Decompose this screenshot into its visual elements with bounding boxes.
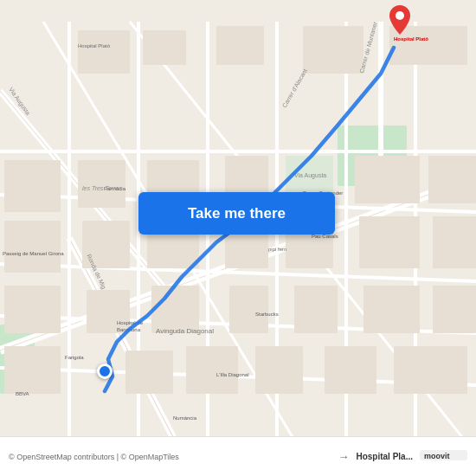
svg-text:Passeig de Manuel Girona: Passeig de Manuel Girona	[3, 251, 64, 256]
moovit-logo: moovit	[420, 447, 467, 466]
destination-pin	[389, 5, 410, 38]
svg-rect-23	[78, 30, 130, 74]
svg-text:Via Augusta: Via Augusta	[294, 172, 326, 179]
svg-text:pipi fern: pipi fern	[268, 247, 286, 252]
svg-text:moovit: moovit	[424, 452, 450, 460]
svg-text:BBVA: BBVA	[16, 391, 29, 396]
bottom-left-section: © OpenStreetMap contributors | © OpenMap…	[9, 453, 331, 461]
svg-rect-34	[428, 156, 476, 203]
svg-rect-28	[4, 160, 61, 212]
svg-rect-49	[4, 346, 61, 394]
copyright-text: © OpenStreetMap contributors | © OpenMap…	[9, 453, 179, 461]
svg-rect-41	[433, 216, 476, 268]
svg-text:les Tres Torres: les Tres Torres	[82, 185, 122, 191]
svg-rect-53	[325, 346, 376, 394]
svg-text:Barcelona: Barcelona	[117, 327, 141, 332]
take-me-there-button[interactable]: Take me there	[138, 192, 335, 235]
svg-text:Numància: Numància	[173, 415, 197, 421]
bottom-bar: © OpenStreetMap contributors | © OpenMap…	[0, 436, 476, 476]
svg-rect-24	[143, 30, 186, 65]
svg-rect-50	[125, 351, 173, 394]
svg-text:Farigola: Farigola	[65, 355, 84, 360]
svg-rect-51	[186, 346, 238, 394]
svg-rect-26	[303, 26, 363, 74]
svg-rect-25	[216, 26, 264, 65]
svg-text:Avinguda Diagonal: Avinguda Diagonal	[156, 327, 214, 335]
svg-rect-46	[294, 286, 338, 333]
svg-rect-48	[433, 286, 476, 333]
svg-point-76	[396, 11, 404, 20]
svg-rect-45	[229, 286, 268, 333]
svg-rect-44	[151, 286, 199, 333]
destination-label: Hospital Pla...	[356, 452, 413, 461]
svg-rect-47	[363, 286, 420, 333]
svg-rect-54	[394, 346, 467, 394]
origin-dot	[97, 363, 113, 379]
svg-text:Hospital de: Hospital de	[117, 320, 144, 325]
map-container: Carrer d'Alacant Carrer de Muntaner Via …	[0, 0, 476, 476]
svg-text:Hospital Plató: Hospital Plató	[78, 43, 111, 48]
route-arrow: →	[331, 450, 356, 463]
svg-text:Starbucks: Starbucks	[255, 312, 279, 317]
svg-rect-40	[359, 216, 420, 268]
svg-rect-29	[78, 160, 125, 208]
svg-rect-42	[4, 286, 61, 333]
svg-text:L'Illa Diagonal: L'Illa Diagonal	[216, 372, 249, 377]
svg-rect-35	[4, 221, 61, 273]
svg-rect-33	[355, 156, 420, 203]
svg-rect-52	[255, 346, 303, 394]
